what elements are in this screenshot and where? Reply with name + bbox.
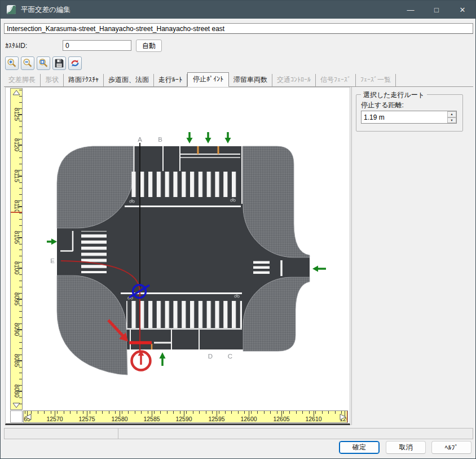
ruler-tick <box>102 411 103 414</box>
ruler-tick <box>180 411 180 414</box>
tab-traffic-control: 交通ｺﾝﾄﾛｰﾙ <box>272 74 316 86</box>
spinner-up-button[interactable]: ▲ <box>447 111 456 117</box>
v-ruler-label: 8085 <box>13 352 20 369</box>
maximize-button[interactable]: □ <box>424 1 449 19</box>
ruler-tick <box>206 411 206 414</box>
v-ruler-position-marker <box>11 212 23 213</box>
tab-sidewalk-slope[interactable]: 歩道面、法面 <box>104 74 154 86</box>
ruler-tick <box>154 411 155 414</box>
cancel-button[interactable]: 取消 <box>386 441 426 454</box>
tab-surface-texture[interactable]: 路面ﾃｸｽﾁｬ <box>64 74 104 86</box>
stop-distance-field: ▲ ▼ <box>361 111 457 124</box>
route-point-label-A: A <box>138 136 142 143</box>
magnifier-region-icon <box>37 57 50 69</box>
ruler-tick <box>283 411 284 414</box>
ruler-tick <box>335 411 336 414</box>
ruler-tick <box>77 411 77 414</box>
intersection-name-input[interactable] <box>4 23 473 34</box>
ruler-tick <box>231 411 232 414</box>
east-ladder-marking <box>253 261 270 274</box>
h-ruler-label: 12610 <box>305 416 321 422</box>
ruler-tick <box>115 411 116 414</box>
close-button[interactable]: ✕ <box>449 1 475 19</box>
flow-arrow-west <box>47 239 57 245</box>
flow-arrow-south <box>160 352 166 366</box>
custom-id-input[interactable] <box>63 40 131 51</box>
ruler-scroll-up-arrow[interactable] <box>12 89 21 96</box>
ruler-tick <box>19 348 22 349</box>
ruler-scroll-right-arrow[interactable] <box>339 413 347 421</box>
zoom-fit-button[interactable] <box>37 56 50 70</box>
ruler-tick <box>19 126 22 127</box>
ruler-tick <box>244 411 245 414</box>
ruler-tick <box>173 411 174 414</box>
selected-route-group: 選択した走行ルート 停止する距離: ▲ ▼ <box>356 94 463 132</box>
stop-distance-input[interactable] <box>361 111 457 124</box>
ruler-tick <box>270 411 271 414</box>
ruler-tick <box>238 411 239 414</box>
ruler-scroll-left-arrow[interactable] <box>24 413 32 421</box>
ruler-tick <box>302 411 303 414</box>
ruler-tick <box>19 158 22 158</box>
tab-bar: 交差脚長形状路面ﾃｸｽﾁｬ歩道面、法面走行ﾙｰﾄ停止ﾎﾟｲﾝﾄ滞留車両数交通ｺﾝ… <box>4 73 473 87</box>
h-ruler-label: 12570 <box>46 416 63 422</box>
tab-queue-vehicles[interactable]: 滞留車両数 <box>229 74 272 86</box>
ruler-tick <box>296 411 297 414</box>
ruler-corner <box>10 410 23 423</box>
ruler-tick <box>19 225 22 226</box>
ruler-tick <box>19 311 22 312</box>
status-cell-right <box>118 428 473 439</box>
ruler-tick <box>19 379 22 379</box>
ruler-tick <box>251 411 252 414</box>
ruler-tick <box>289 411 290 414</box>
ruler-tick <box>19 256 22 256</box>
ruler-tick <box>141 411 142 414</box>
save-button[interactable] <box>52 56 66 70</box>
zoom-in-button[interactable] <box>5 56 19 70</box>
stop-point-marker[interactable] <box>132 351 151 370</box>
help-button[interactable]: ﾍﾙﾌﾟ <box>431 441 471 454</box>
refresh-button[interactable] <box>68 56 82 70</box>
drawing-canvas[interactable]: ABEDC <box>23 88 348 410</box>
h-ruler-label: 12600 <box>240 416 257 422</box>
tab-drive-route[interactable]: 走行ﾙｰﾄ <box>154 74 187 86</box>
ruler-tick <box>219 411 219 414</box>
zoom-out-button[interactable] <box>21 56 34 70</box>
ruler-tick <box>57 411 58 414</box>
confirm-button[interactable]: 確定 <box>339 441 380 454</box>
h-ruler-label: 12590 <box>175 416 192 422</box>
ruler-tick <box>212 411 213 414</box>
minimize-button[interactable]: — <box>398 1 424 19</box>
intersection-svg[interactable]: ABEDC <box>23 88 348 410</box>
title-bar: 平面交差の編集 — □ ✕ <box>1 1 475 19</box>
vertical-ruler: 8125812081158110810581008095809080858080 <box>10 88 23 410</box>
v-ruler-label: 8125 <box>13 106 20 123</box>
ruler-tick <box>186 411 187 414</box>
ruler-tick <box>225 411 226 414</box>
ruler-tick <box>122 411 122 414</box>
h-ruler-label: 12580 <box>111 416 127 422</box>
ruler-tick <box>328 411 329 414</box>
route-point-label-C: C <box>228 353 232 360</box>
toolbar <box>5 56 82 70</box>
ruler-tick <box>19 188 22 189</box>
ruler-tick <box>19 281 22 281</box>
flow-arrow-north-3 <box>225 132 231 143</box>
crosswalk-west <box>81 231 107 273</box>
ruler-scroll-down-arrow[interactable] <box>12 402 21 409</box>
ruler-tick <box>193 411 193 414</box>
flow-arrow-north-2 <box>205 132 211 143</box>
auto-button[interactable]: 自動 <box>136 40 162 52</box>
spinner: ▲ ▼ <box>447 111 456 123</box>
ruler-tick <box>160 411 161 414</box>
dialog-window: 平面交差の編集 — □ ✕ ｶｽﾀﾑID: 自動 交差脚長形状路面ﾃｸｽﾁｬ歩道… <box>0 0 476 459</box>
spinner-down-button[interactable]: ▼ <box>447 117 456 124</box>
tab-stop-point[interactable]: 停止ﾎﾟｲﾝﾄ <box>187 72 229 87</box>
ruler-tick <box>44 411 45 414</box>
h-ruler-label: 12585 <box>143 416 160 422</box>
window-controls: — □ ✕ <box>398 1 475 19</box>
horizontal-ruler: 6512570125751258012585125901259512600126… <box>23 410 348 423</box>
status-bar <box>4 428 473 439</box>
panel-divider <box>351 87 352 425</box>
magnifier-minus-icon <box>21 57 34 69</box>
